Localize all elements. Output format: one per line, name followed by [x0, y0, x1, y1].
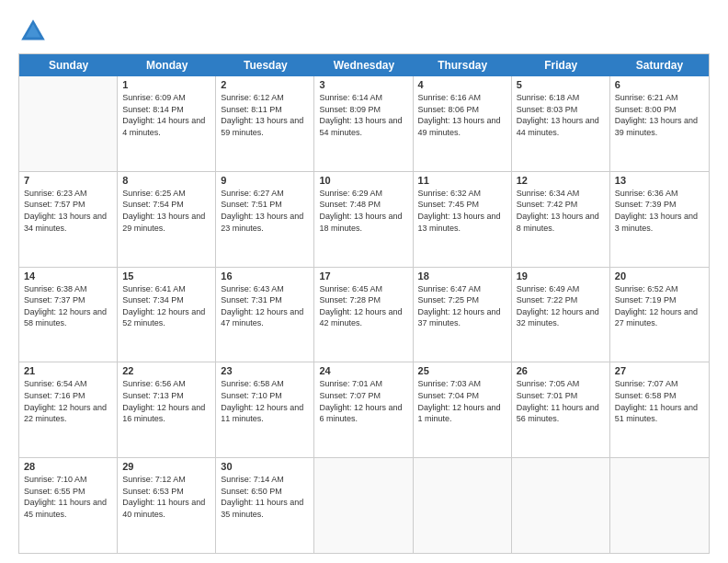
calendar-cell-21: 21Sunrise: 6:54 AMSunset: 7:16 PMDayligh… [19, 362, 118, 457]
weekday-header-monday: Monday [118, 54, 216, 76]
day-info: Sunrise: 7:14 AMSunset: 6:50 PMDaylight:… [221, 474, 309, 520]
logo-icon [18, 17, 48, 46]
day-number: 19 [517, 270, 605, 282]
calendar-cell-15: 15Sunrise: 6:41 AMSunset: 7:34 PMDayligh… [118, 268, 216, 362]
calendar-cell-empty [314, 458, 413, 553]
day-info: Sunrise: 7:07 AMSunset: 6:58 PMDaylight:… [615, 378, 704, 424]
calendar-cell-16: 16Sunrise: 6:43 AMSunset: 7:31 PMDayligh… [216, 268, 314, 362]
day-number: 22 [122, 365, 210, 376]
day-number: 25 [418, 365, 506, 376]
calendar-body: 1Sunrise: 6:09 AMSunset: 8:14 PMDaylight… [19, 76, 709, 553]
day-number: 17 [319, 270, 407, 282]
calendar-cell-4: 4Sunrise: 6:16 AMSunset: 8:06 PMDaylight… [414, 76, 512, 171]
day-number: 29 [122, 461, 210, 472]
day-number: 23 [221, 365, 309, 376]
calendar-cell-26: 26Sunrise: 7:05 AMSunset: 7:01 PMDayligh… [512, 362, 610, 457]
calendar-cell-22: 22Sunrise: 6:56 AMSunset: 7:13 PMDayligh… [118, 362, 216, 457]
day-number: 20 [615, 270, 704, 282]
calendar-row-1: 1Sunrise: 6:09 AMSunset: 8:14 PMDaylight… [19, 76, 709, 172]
calendar-cell-10: 10Sunrise: 6:29 AMSunset: 7:48 PMDayligh… [314, 172, 413, 267]
day-info: Sunrise: 6:54 AMSunset: 7:16 PMDaylight:… [24, 378, 112, 424]
calendar-cell-11: 11Sunrise: 6:32 AMSunset: 7:45 PMDayligh… [414, 172, 512, 267]
calendar-cell-9: 9Sunrise: 6:27 AMSunset: 7:51 PMDaylight… [216, 172, 314, 267]
day-info: Sunrise: 6:43 AMSunset: 7:31 PMDaylight:… [221, 283, 309, 329]
calendar-header: SundayMondayTuesdayWednesdayThursdayFrid… [19, 54, 709, 76]
day-number: 21 [24, 365, 112, 376]
day-info: Sunrise: 7:01 AMSunset: 7:07 PMDaylight:… [319, 378, 407, 424]
day-info: Sunrise: 6:49 AMSunset: 7:22 PMDaylight:… [517, 283, 605, 329]
calendar-cell-17: 17Sunrise: 6:45 AMSunset: 7:28 PMDayligh… [314, 268, 413, 362]
calendar-row-4: 21Sunrise: 6:54 AMSunset: 7:16 PMDayligh… [19, 362, 709, 458]
day-number: 1 [122, 79, 210, 90]
header [18, 17, 710, 46]
calendar-cell-25: 25Sunrise: 7:03 AMSunset: 7:04 PMDayligh… [414, 362, 512, 457]
day-number: 10 [319, 175, 407, 186]
day-info: Sunrise: 6:27 AMSunset: 7:51 PMDaylight:… [221, 188, 309, 234]
day-number: 13 [615, 175, 704, 186]
day-number: 12 [517, 175, 605, 186]
calendar: SundayMondayTuesdayWednesdayThursdayFrid… [18, 53, 710, 554]
day-number: 4 [418, 79, 506, 90]
calendar-cell-empty [512, 458, 610, 553]
calendar-cell-empty [610, 458, 709, 553]
day-info: Sunrise: 6:16 AMSunset: 8:06 PMDaylight:… [418, 92, 506, 138]
calendar-cell-24: 24Sunrise: 7:01 AMSunset: 7:07 PMDayligh… [314, 362, 413, 457]
weekday-header-saturday: Saturday [610, 54, 709, 76]
calendar-cell-20: 20Sunrise: 6:52 AMSunset: 7:19 PMDayligh… [610, 268, 709, 362]
day-number: 7 [24, 175, 112, 186]
calendar-cell-18: 18Sunrise: 6:47 AMSunset: 7:25 PMDayligh… [414, 268, 512, 362]
day-info: Sunrise: 6:23 AMSunset: 7:57 PMDaylight:… [24, 188, 112, 234]
day-number: 15 [122, 270, 210, 282]
calendar-cell-1: 1Sunrise: 6:09 AMSunset: 8:14 PMDaylight… [118, 76, 216, 171]
day-number: 6 [615, 79, 704, 90]
day-number: 27 [615, 365, 704, 376]
calendar-cell-27: 27Sunrise: 7:07 AMSunset: 6:58 PMDayligh… [610, 362, 709, 457]
day-info: Sunrise: 6:45 AMSunset: 7:28 PMDaylight:… [319, 283, 407, 329]
day-number: 3 [319, 79, 407, 90]
day-number: 11 [418, 175, 506, 186]
day-info: Sunrise: 6:58 AMSunset: 7:10 PMDaylight:… [221, 378, 309, 424]
calendar-cell-empty [414, 458, 512, 553]
calendar-cell-7: 7Sunrise: 6:23 AMSunset: 7:57 PMDaylight… [19, 172, 118, 267]
logo [18, 17, 51, 46]
calendar-cell-19: 19Sunrise: 6:49 AMSunset: 7:22 PMDayligh… [512, 268, 610, 362]
calendar-cell-29: 29Sunrise: 7:12 AMSunset: 6:53 PMDayligh… [118, 458, 216, 553]
day-info: Sunrise: 7:12 AMSunset: 6:53 PMDaylight:… [122, 474, 210, 520]
day-info: Sunrise: 6:34 AMSunset: 7:42 PMDaylight:… [517, 188, 605, 234]
day-number: 26 [517, 365, 605, 376]
calendar-cell-23: 23Sunrise: 6:58 AMSunset: 7:10 PMDayligh… [216, 362, 314, 457]
day-number: 30 [221, 461, 309, 472]
calendar-cell-5: 5Sunrise: 6:18 AMSunset: 8:03 PMDaylight… [512, 76, 610, 171]
calendar-cell-empty [19, 76, 118, 171]
day-number: 5 [517, 79, 605, 90]
calendar-cell-28: 28Sunrise: 7:10 AMSunset: 6:55 PMDayligh… [19, 458, 118, 553]
calendar-cell-30: 30Sunrise: 7:14 AMSunset: 6:50 PMDayligh… [216, 458, 314, 553]
day-info: Sunrise: 6:12 AMSunset: 8:11 PMDaylight:… [221, 92, 309, 138]
weekday-header-tuesday: Tuesday [216, 54, 314, 76]
day-info: Sunrise: 6:32 AMSunset: 7:45 PMDaylight:… [418, 188, 506, 234]
weekday-header-thursday: Thursday [414, 54, 512, 76]
calendar-row-5: 28Sunrise: 7:10 AMSunset: 6:55 PMDayligh… [19, 458, 709, 553]
day-info: Sunrise: 6:52 AMSunset: 7:19 PMDaylight:… [615, 283, 704, 329]
day-number: 16 [221, 270, 309, 282]
calendar-cell-12: 12Sunrise: 6:34 AMSunset: 7:42 PMDayligh… [512, 172, 610, 267]
day-number: 8 [122, 175, 210, 186]
day-info: Sunrise: 6:47 AMSunset: 7:25 PMDaylight:… [418, 283, 506, 329]
page: SundayMondayTuesdayWednesdayThursdayFrid… [0, 0, 728, 563]
day-number: 28 [24, 461, 112, 472]
day-info: Sunrise: 6:41 AMSunset: 7:34 PMDaylight:… [122, 283, 210, 329]
calendar-cell-3: 3Sunrise: 6:14 AMSunset: 8:09 PMDaylight… [314, 76, 413, 171]
day-info: Sunrise: 6:56 AMSunset: 7:13 PMDaylight:… [122, 378, 210, 424]
weekday-header-sunday: Sunday [19, 54, 118, 76]
day-info: Sunrise: 6:18 AMSunset: 8:03 PMDaylight:… [517, 92, 605, 138]
calendar-row-2: 7Sunrise: 6:23 AMSunset: 7:57 PMDaylight… [19, 172, 709, 268]
calendar-row-3: 14Sunrise: 6:38 AMSunset: 7:37 PMDayligh… [19, 268, 709, 363]
day-info: Sunrise: 6:09 AMSunset: 8:14 PMDaylight:… [122, 92, 210, 138]
day-info: Sunrise: 6:38 AMSunset: 7:37 PMDaylight:… [24, 283, 112, 329]
weekday-header-wednesday: Wednesday [314, 54, 413, 76]
day-info: Sunrise: 6:29 AMSunset: 7:48 PMDaylight:… [319, 188, 407, 234]
day-number: 9 [221, 175, 309, 186]
day-number: 24 [319, 365, 407, 376]
day-number: 14 [24, 270, 112, 282]
weekday-header-friday: Friday [512, 54, 610, 76]
